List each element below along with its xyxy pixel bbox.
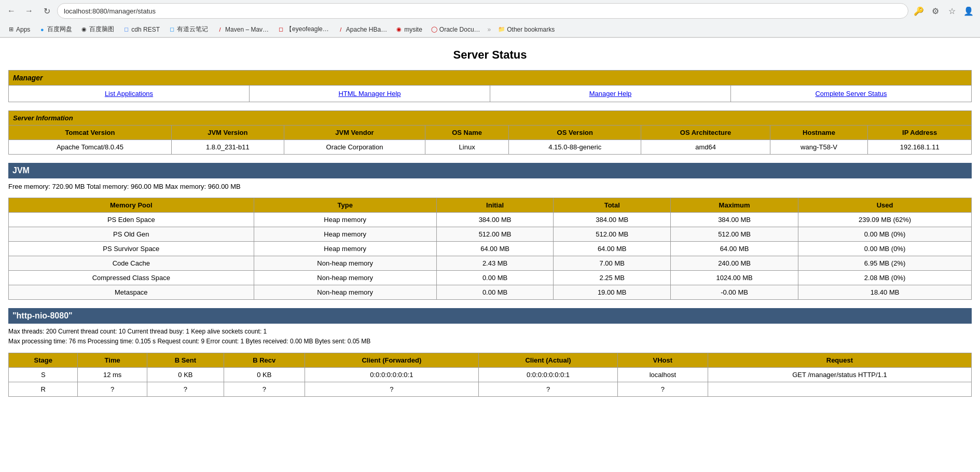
manager-link-html-help: HTML Manager Help <box>250 86 490 102</box>
memory-table-cell: 239.09 MB (62%) <box>798 213 972 227</box>
hbase-icon: / <box>337 26 344 33</box>
stage-table-cell: 0:0:0:0:0:0:0:1 <box>305 368 479 382</box>
manager-links: List Applications HTML Manager Help Mana… <box>8 86 972 102</box>
key-icon[interactable]: 🔑 <box>912 4 926 18</box>
bookmark-oracle[interactable]: ◯ Oracle Docu… <box>427 25 484 34</box>
memory-table-cell: 0.00 MB (0%) <box>798 227 972 242</box>
stage-col-time: Time <box>78 353 147 368</box>
memory-table-cell: -0.00 MB <box>671 285 798 300</box>
bookmark-other[interactable]: 📁 Other bookmarks <box>495 25 558 34</box>
stage-table-cell: R <box>9 382 78 397</box>
col-os-arch: OS Architecture <box>641 126 770 140</box>
memory-table-cell: 64.00 MB <box>436 242 554 256</box>
baidu-pan-icon: ● <box>38 26 46 33</box>
stage-col-brecv: B Recv <box>224 353 305 368</box>
stage-table-row: S12 ms0 KB0 KB0:0:0:0:0:0:0:10:0:0:0:0:0… <box>9 368 972 382</box>
nav-icons: 🔑 ⚙ ☆ 👤 <box>912 4 976 18</box>
oracle-icon: ◯ <box>431 26 438 33</box>
memory-table-cell: Heap memory <box>254 227 436 242</box>
memory-table-cell: Compressed Class Space <box>9 271 254 285</box>
memory-table-cell: PS Old Gen <box>9 227 254 242</box>
tomcat-version-value: Apache Tomcat/8.0.45 <box>9 140 172 155</box>
http-stats: Max threads: 200 Current thread count: 1… <box>8 324 972 350</box>
bookmark-eyeofeagle[interactable]: ◻ 【eyeofeagle… <box>274 24 332 35</box>
bookmark-apps[interactable]: ⊞ Apps <box>4 25 33 34</box>
jvm-memory-text: Free memory: 720.90 MB Total memory: 960… <box>8 178 972 195</box>
jvm-section: JVM Free memory: 720.90 MB Total memory:… <box>8 163 972 300</box>
html-manager-help-link[interactable]: HTML Manager Help <box>338 90 401 98</box>
manager-link-manager-help: Manager Help <box>490 86 731 102</box>
server-info-header: Server Information <box>9 111 972 126</box>
manager-header: Manager <box>8 70 972 86</box>
eyeofeagle-icon: ◻ <box>277 26 284 33</box>
forward-button[interactable]: → <box>22 4 36 18</box>
complete-server-status-link[interactable]: Complete Server Status <box>815 90 887 98</box>
mem-col-maximum: Maximum <box>671 198 798 213</box>
stage-table-cell: ? <box>479 382 618 397</box>
memory-table-cell: 512.00 MB <box>671 227 798 242</box>
memory-table-row: Code CacheNon-heap memory2.43 MB7.00 MB2… <box>9 256 972 271</box>
bookmark-youdao[interactable]: ◻ 有道云笔记 <box>165 24 211 35</box>
http-header: "http-nio-8080" <box>8 308 972 324</box>
stage-table-cell: GET /manager/status HTTP/1.1 <box>708 368 971 382</box>
back-button[interactable]: ← <box>4 4 19 18</box>
browser-chrome: ← → ↻ localhost:8080/manager/status 🔑 ⚙ … <box>0 0 980 38</box>
bookmark-baidu-naotu[interactable]: ◉ 百度脑图 <box>77 24 117 35</box>
mem-col-total: Total <box>554 198 671 213</box>
stage-table-cell: S <box>9 368 78 382</box>
memory-table-cell: Non-heap memory <box>254 256 436 271</box>
manager-link-list-apps: List Applications <box>9 86 250 102</box>
bookmark-mysite[interactable]: ◉ mysite <box>392 25 425 34</box>
mem-col-used: Used <box>798 198 972 213</box>
memory-table-row: PS Survivor SpaceHeap memory64.00 MB64.0… <box>9 242 972 256</box>
memory-table-cell: 0.00 MB <box>436 285 554 300</box>
mysite-icon: ◉ <box>395 26 403 33</box>
star-icon[interactable]: ☆ <box>945 4 959 18</box>
manager-help-link[interactable]: Manager Help <box>589 90 632 98</box>
memory-table-cell: 64.00 MB <box>554 242 671 256</box>
memory-table-cell: 512.00 MB <box>436 227 554 242</box>
stage-table-cell: 0 KB <box>224 368 305 382</box>
stage-col-client-fwd: Client (Forwarded) <box>305 353 479 368</box>
stage-table-cell: ? <box>224 382 305 397</box>
bookmark-maven[interactable]: / Maven – Mav… <box>213 25 272 34</box>
refresh-button[interactable]: ↻ <box>39 4 54 18</box>
bookmark-cdh[interactable]: ◻ cdh REST <box>119 25 163 34</box>
memory-table-cell: 2.08 MB (0%) <box>798 271 972 285</box>
list-applications-link[interactable]: List Applications <box>105 90 153 98</box>
http-section: "http-nio-8080" Max threads: 200 Current… <box>8 308 972 397</box>
stage-table-row: R?????? <box>9 382 972 397</box>
stage-col-vhost: VHost <box>617 353 708 368</box>
mem-col-initial: Initial <box>436 198 554 213</box>
memory-table-cell: 384.00 MB <box>671 213 798 227</box>
stage-col-bsent: B Sent <box>147 353 224 368</box>
baidu-naotu-icon: ◉ <box>80 26 88 33</box>
memory-table-cell: 0.00 MB (0%) <box>798 242 972 256</box>
memory-table-cell: Heap memory <box>254 242 436 256</box>
bookmark-hbase[interactable]: / Apache HBa… <box>334 25 390 34</box>
memory-table-cell: PS Survivor Space <box>9 242 254 256</box>
stage-table-cell: ? <box>147 382 224 397</box>
memory-table-cell: 0.00 MB <box>436 271 554 285</box>
stage-table-cell <box>708 382 971 397</box>
bookmark-baidu-pan[interactable]: ● 百度网盘 <box>35 24 75 35</box>
manager-section: Manager List Applications HTML Manager H… <box>8 70 972 102</box>
col-jvm-version: JVM Version <box>171 126 284 140</box>
memory-table-cell: Metaspace <box>9 285 254 300</box>
os-name-value: Linux <box>425 140 509 155</box>
bookmarks-bar: ⊞ Apps ● 百度网盘 ◉ 百度脑图 ◻ cdh REST ◻ 有道云笔记 … <box>0 22 980 37</box>
stage-table-cell: 0 KB <box>147 368 224 382</box>
stage-col-stage: Stage <box>9 353 78 368</box>
col-os-name: OS Name <box>425 126 509 140</box>
translate-icon[interactable]: ⚙ <box>928 4 943 18</box>
memory-table-cell: 2.25 MB <box>554 271 671 285</box>
url-bar[interactable]: localhost:8080/manager/status <box>57 3 908 19</box>
stage-table-cell: 12 ms <box>78 368 147 382</box>
account-icon[interactable]: 👤 <box>961 4 976 18</box>
col-ip-address: IP Address <box>868 126 972 140</box>
hostname-value: wang-T58-V <box>770 140 868 155</box>
memory-table-cell: 240.00 MB <box>671 256 798 271</box>
server-info-table: Server Information Tomcat Version JVM Ve… <box>8 110 972 155</box>
http-stats-line2: Max processing time: 76 ms Processing ti… <box>8 337 972 346</box>
memory-table-row: PS Eden SpaceHeap memory384.00 MB384.00 … <box>9 213 972 227</box>
